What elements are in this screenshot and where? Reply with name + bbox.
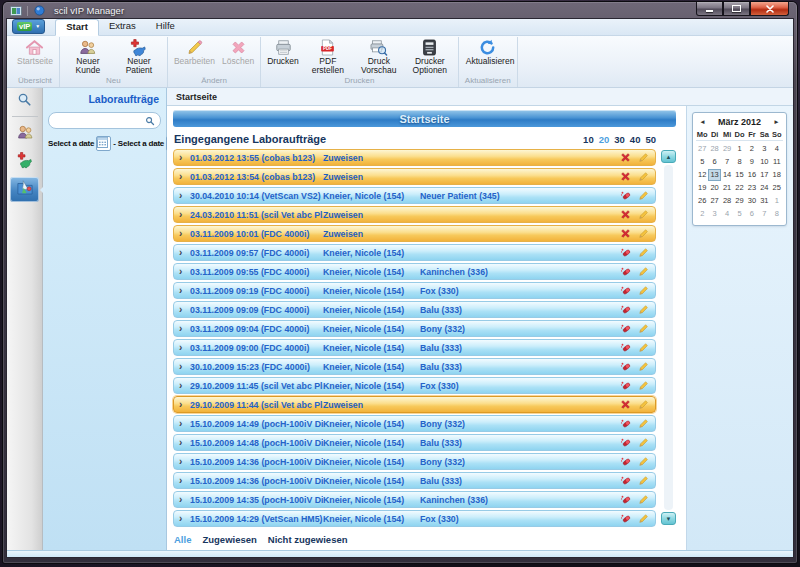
- calendar-day[interactable]: 29: [733, 195, 745, 207]
- calendar-day[interactable]: 31: [758, 195, 770, 207]
- calendar-day[interactable]: 22: [733, 182, 745, 194]
- table-row[interactable]: ›03.11.2009 09:09 (FDC 4000i)Kneier, Nic…: [173, 301, 656, 318]
- quick-access-button[interactable]: [33, 5, 45, 17]
- calendar-day[interactable]: 6: [746, 208, 758, 220]
- assign-link[interactable]: Zuweisen: [323, 172, 363, 182]
- minimize-button[interactable]: [696, 2, 723, 16]
- table-row[interactable]: ›03.11.2009 09:04 (FDC 4000i)Kneier, Nic…: [173, 320, 656, 337]
- calendar-prev-icon[interactable]: ◄: [697, 117, 708, 127]
- tab-hilfe[interactable]: Hilfe: [146, 19, 185, 35]
- calendar-day[interactable]: 4: [721, 208, 733, 220]
- expand-chevron-icon[interactable]: ›: [179, 267, 190, 277]
- expand-chevron-icon[interactable]: ›: [179, 153, 190, 163]
- table-row[interactable]: ›03.11.2009 09:57 (FDC 4000i)Kneier, Nic…: [173, 244, 656, 261]
- search-icon[interactable]: [145, 116, 155, 126]
- filter-alle[interactable]: Alle: [174, 534, 191, 545]
- calendar-day[interactable]: 5: [696, 156, 708, 168]
- calendar-day[interactable]: 8: [771, 208, 783, 220]
- edit-pencil-icon[interactable]: [638, 342, 649, 353]
- neuer-kunde-button[interactable]: Neuer Kunde: [64, 37, 112, 75]
- calendar-day[interactable]: 13: [708, 169, 720, 181]
- calendar-day[interactable]: 27: [708, 195, 720, 207]
- calendar-day[interactable]: 10: [758, 156, 770, 168]
- calendar-day[interactable]: 29: [721, 143, 733, 155]
- assign-link[interactable]: Zuweisen: [323, 210, 363, 220]
- tab-startseite[interactable]: Startseite: [176, 92, 217, 102]
- edit-pencil-icon[interactable]: [638, 266, 649, 277]
- aktualisieren-button[interactable]: Aktualisieren: [464, 37, 512, 66]
- calendar-day[interactable]: 27: [696, 143, 708, 155]
- pdf-erstellen-button[interactable]: PDFPDF erstellen: [304, 37, 352, 75]
- edit-pencil-icon[interactable]: [638, 361, 649, 372]
- edit-pencil-icon[interactable]: [638, 437, 649, 448]
- expand-chevron-icon[interactable]: ›: [179, 381, 190, 391]
- page-size-50[interactable]: 50: [645, 134, 656, 145]
- calendar-day[interactable]: 7: [721, 156, 733, 168]
- table-row[interactable]: ›15.10.2009 14:48 (pocH-100iV Diff)Kneie…: [173, 434, 656, 451]
- rocket-icon[interactable]: [620, 456, 631, 467]
- tab-start[interactable]: Start: [55, 19, 99, 36]
- calendar-day[interactable]: 30: [746, 195, 758, 207]
- filter-nicht-zugewiesen[interactable]: Nicht zugewiesen: [268, 534, 348, 545]
- expand-chevron-icon[interactable]: ›: [179, 286, 190, 296]
- edit-pencil-icon[interactable]: [638, 513, 649, 524]
- calendar-day[interactable]: 7: [758, 208, 770, 220]
- table-row[interactable]: ›29.10.2009 11:45 (scil Vet abc Plus⁺)Kn…: [173, 377, 656, 394]
- edit-pencil-icon[interactable]: [638, 285, 649, 296]
- calendar-day[interactable]: 14: [721, 169, 733, 181]
- assign-link[interactable]: Zuweisen: [323, 153, 363, 163]
- expand-chevron-icon[interactable]: ›: [179, 400, 190, 410]
- calendar-day[interactable]: 16: [746, 169, 758, 181]
- page-size-30[interactable]: 30: [614, 134, 625, 145]
- rocket-icon[interactable]: [620, 361, 631, 372]
- edit-pencil-icon[interactable]: [638, 456, 649, 467]
- edit-pencil-icon[interactable]: [638, 494, 649, 505]
- calendar-day[interactable]: 24: [758, 182, 770, 194]
- calendar-day[interactable]: 17: [758, 169, 770, 181]
- calendar-day[interactable]: 2: [696, 208, 708, 220]
- expand-chevron-icon[interactable]: ›: [179, 514, 190, 524]
- edit-pencil-icon[interactable]: [638, 475, 649, 486]
- edit-pencil-icon[interactable]: [638, 190, 649, 201]
- expand-chevron-icon[interactable]: ›: [179, 248, 190, 258]
- calendar-day[interactable]: 3: [708, 208, 720, 220]
- calendar-day[interactable]: 28: [721, 195, 733, 207]
- maximize-button[interactable]: [723, 2, 750, 16]
- table-row[interactable]: ›15.10.2009 14:35 (pocH-100iV Diff)Kneie…: [173, 491, 656, 508]
- table-row[interactable]: ›01.03.2012 13:54 (cobas b123)Zuweisen: [173, 168, 656, 185]
- date-from-field[interactable]: Select a date: [48, 139, 94, 148]
- edit-pencil-icon[interactable]: [638, 228, 649, 239]
- table-row[interactable]: ›01.03.2012 13:55 (cobas b123)Zuweisen: [173, 149, 656, 166]
- calendar-day[interactable]: 21: [721, 182, 733, 194]
- expand-chevron-icon[interactable]: ›: [179, 457, 190, 467]
- scrollbar-track[interactable]: [664, 165, 673, 510]
- delete-x-icon[interactable]: [620, 152, 631, 163]
- druck-vorschau-button[interactable]: Druck Vorschau: [355, 37, 403, 75]
- calendar-day[interactable]: 9: [746, 156, 758, 168]
- edit-pencil-icon[interactable]: [638, 209, 649, 220]
- rocket-icon[interactable]: [620, 247, 631, 258]
- calendar-day[interactable]: 3: [758, 143, 770, 155]
- calendar-day[interactable]: 11: [771, 156, 783, 168]
- rocket-icon[interactable]: [620, 323, 631, 334]
- delete-x-icon[interactable]: [620, 228, 631, 239]
- search-input[interactable]: [54, 115, 145, 127]
- delete-x-icon[interactable]: [620, 209, 631, 220]
- edit-pencil-icon[interactable]: [638, 247, 649, 258]
- calendar-day[interactable]: 19: [696, 182, 708, 194]
- table-row[interactable]: ›03.11.2009 10:01 (FDC 4000i)Zuweisen: [173, 225, 656, 242]
- calendar-day[interactable]: 23: [746, 182, 758, 194]
- calendar-day[interactable]: 15: [733, 169, 745, 181]
- calendar-month-label[interactable]: März 2012: [708, 117, 771, 127]
- expand-chevron-icon[interactable]: ›: [179, 229, 190, 239]
- expand-chevron-icon[interactable]: ›: [179, 191, 190, 201]
- application-menu-button[interactable]: vIP ▼: [12, 19, 45, 34]
- calendar-day[interactable]: 4: [771, 143, 783, 155]
- scroll-up-button[interactable]: ▲: [661, 150, 676, 163]
- date-from-calendar-icon[interactable]: [96, 136, 111, 151]
- rocket-icon[interactable]: [620, 437, 631, 448]
- table-row[interactable]: ›30.10.2009 15:23 (FDC 4000i)Kneier, Nic…: [173, 358, 656, 375]
- assign-link[interactable]: Zuweisen: [323, 229, 363, 239]
- rocket-icon[interactable]: [620, 475, 631, 486]
- expand-chevron-icon[interactable]: ›: [179, 172, 190, 182]
